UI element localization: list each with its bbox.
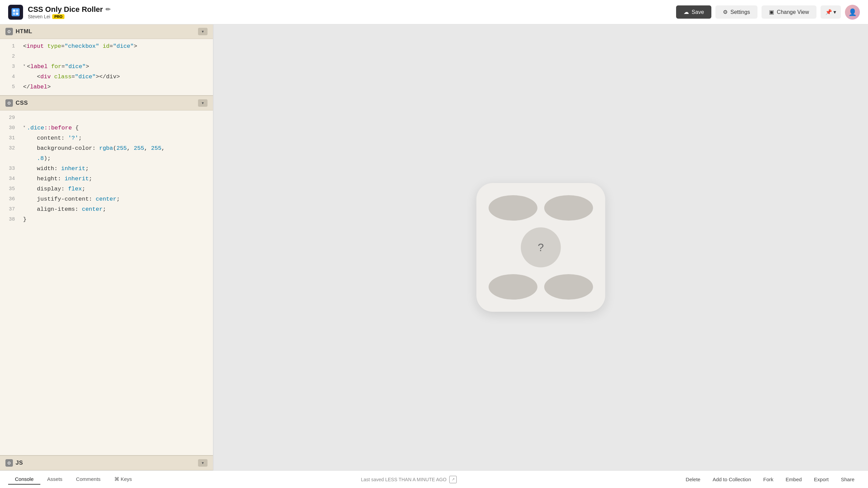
author-name: Steven Lei [28,14,50,19]
dice-dot-3 [489,274,537,300]
tab-console[interactable]: Console [8,474,40,485]
html-section: ⚙ HTML ▾ 1 <input type="checkbox" id="di… [0,24,213,95]
code-line: 1 <input type="checkbox" id="dice"> [0,42,213,52]
css-section-title: CSS [16,100,28,106]
css-section-header: ⚙ CSS ▾ [0,96,213,110]
dice-dot-1 [489,195,537,221]
code-line: 30 ▾ .dice::before { [0,123,213,134]
js-collapse-button[interactable]: ▾ [198,459,208,467]
avatar[interactable]: 👤 [845,5,860,20]
save-label: Save [692,9,704,15]
open-icon[interactable]: ↗ [449,476,457,483]
save-status: Last saved LESS THAN A MINUTE AGO ↗ [361,476,458,483]
pro-badge: PRO [52,14,64,19]
header-left: CSS Only Dice Roller ✏ Steven Lei PRO [8,5,111,20]
css-gear-icon[interactable]: ⚙ [5,99,13,107]
keys-tab-label: ⌘ Keys [114,476,132,482]
change-view-button[interactable]: ▣ Change View [762,5,816,19]
code-line: 29 [0,113,213,123]
code-line: 4 <div class="dice"></div> [0,72,213,82]
gear-icon: ⚙ [723,9,728,15]
bottom-tabs: Console Assets Comments ⌘ Keys [8,474,139,485]
code-line: 37 align-items: center; [0,205,213,215]
bottom-actions: Delete Add to Collection Fork Embed Expo… [680,474,860,484]
css-collapse-button[interactable]: ▾ [198,99,208,107]
svg-rect-4 [16,13,18,15]
pin-button[interactable]: 📌 ▾ [821,5,841,19]
code-line: 33 width: inherit; [0,164,213,174]
header: CSS Only Dice Roller ✏ Steven Lei PRO ☁ … [0,0,868,24]
settings-label: Settings [730,9,750,15]
console-tab-label: Console [15,476,34,482]
edit-icon[interactable]: ✏ [105,6,111,13]
bottom-bar: Console Assets Comments ⌘ Keys Last save… [0,470,868,488]
html-section-title: HTML [16,28,32,35]
code-line: 3 ▾ <label for="dice"> [0,62,213,72]
header-right: ☁ Save ⚙ Settings ▣ Change View 📌 ▾ 👤 [676,5,860,20]
pin-icon: 📌 [825,9,832,15]
export-button[interactable]: Export [809,474,834,484]
html-section-header: ⚙ HTML ▾ [0,24,213,39]
code-line: 5 </label> [0,82,213,93]
preview-panel: ? [214,24,868,470]
tab-assets[interactable]: Assets [40,474,69,485]
css-header-left: ⚙ CSS [5,99,28,107]
js-section: ⚙ JS ▾ [0,455,213,470]
dice-question-mark: ? [538,241,544,254]
js-section-header: ⚙ JS ▾ [0,456,213,470]
dice-dot-center: ? [521,227,561,267]
share-button[interactable]: Share [835,474,860,484]
svg-rect-0 [12,8,20,16]
code-line: 38 } [0,215,213,225]
dice-dot-2 [544,195,593,221]
change-view-label: Change View [777,9,809,15]
embed-button[interactable]: Embed [780,474,807,484]
code-line: 35 display: flex; [0,184,213,195]
css-code-area[interactable]: 29 30 ▾ .dice::before { 31 content: '?';… [0,110,213,455]
code-line: 2 [0,52,213,62]
css-section: ⚙ CSS ▾ 29 30 ▾ .dice::before { [0,95,213,455]
tab-comments[interactable]: Comments [69,474,107,485]
code-line: 34 height: inherit; [0,174,213,184]
assets-tab-label: Assets [47,476,62,482]
html-code-area[interactable]: 1 <input type="checkbox" id="dice"> 2 3 … [0,39,213,95]
dice-preview[interactable]: ? [476,183,605,312]
save-status-text: Last saved LESS THAN A MINUTE AGO [361,477,447,482]
js-section-title: JS [16,460,23,466]
delete-button[interactable]: Delete [680,474,706,484]
code-line: 36 justify-content: center; [0,195,213,205]
js-gear-icon[interactable]: ⚙ [5,459,13,467]
svg-rect-1 [13,9,15,12]
fork-button[interactable]: Fork [758,474,779,484]
project-title: CSS Only Dice Roller ✏ [28,5,111,14]
html-gear-icon[interactable]: ⚙ [5,28,13,35]
settings-button[interactable]: ⚙ Settings [715,5,757,19]
cloud-icon: ☁ [684,9,689,15]
layout-icon: ▣ [769,9,774,15]
html-collapse-button[interactable]: ▾ [198,28,208,35]
code-line: 31 content: '?'; [0,134,213,144]
tab-keys[interactable]: ⌘ Keys [107,474,139,485]
add-to-collection-button[interactable]: Add to Collection [707,474,756,484]
editor-panel: ⚙ HTML ▾ 1 <input type="checkbox" id="di… [0,24,214,470]
save-button[interactable]: ☁ Save [676,5,711,19]
chevron-down-icon: ▾ [833,9,836,15]
project-author: Steven Lei PRO [28,14,111,19]
code-line: 32 background-color: rgba(255, 255, 255, [0,144,213,154]
main-content: ⚙ HTML ▾ 1 <input type="checkbox" id="di… [0,24,868,470]
project-title-text: CSS Only Dice Roller [28,5,103,14]
code-line: .8); [0,154,213,164]
js-header-left: ⚙ JS [5,459,23,467]
logo-icon [8,5,23,20]
project-info: CSS Only Dice Roller ✏ Steven Lei PRO [28,5,111,19]
dice-dot-center-row: ? [489,227,593,267]
svg-rect-2 [16,9,18,12]
html-header-left: ⚙ HTML [5,28,32,35]
comments-tab-label: Comments [76,476,101,482]
svg-rect-3 [13,13,15,15]
dice-dot-4 [544,274,593,300]
